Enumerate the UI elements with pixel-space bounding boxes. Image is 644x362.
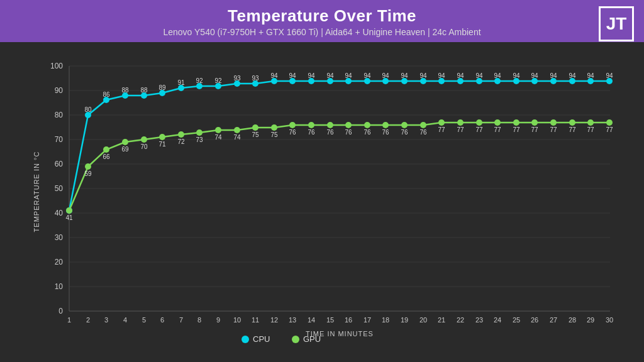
cpu-legend-dot [242, 336, 249, 343]
cpu-label-9: 92 [214, 77, 222, 84]
gpu-dot-21 [438, 119, 445, 126]
gpu-dot-7 [178, 131, 184, 138]
gpu-label-8: 73 [196, 136, 203, 143]
gpu-label-16: 76 [345, 129, 352, 136]
cpu-label-10: 93 [233, 75, 241, 82]
gpu-label-13: 76 [289, 129, 296, 136]
svg-text:7: 7 [179, 316, 183, 324]
gpu-dot-20 [420, 122, 426, 128]
svg-text:90: 90 [55, 86, 64, 95]
gpu-label-19: 76 [401, 129, 408, 136]
svg-text:23: 23 [475, 316, 483, 324]
gpu-label-18: 76 [382, 129, 389, 136]
svg-text:9: 9 [216, 316, 220, 324]
svg-text:0: 0 [58, 307, 63, 315]
cpu-label-27: 94 [550, 72, 557, 79]
cpu-label-17: 94 [364, 72, 371, 79]
gpu-label-15: 76 [326, 129, 334, 136]
cpu-label-5: 88 [140, 87, 148, 94]
cpu-label-28: 94 [569, 72, 576, 79]
gpu-dot-13 [289, 122, 296, 128]
svg-text:25: 25 [513, 316, 520, 324]
gpu-label-10: 74 [233, 134, 241, 141]
cpu-label-13: 94 [289, 72, 296, 79]
svg-text:40: 40 [55, 209, 64, 217]
svg-text:20: 20 [55, 258, 64, 266]
svg-text:TEMPERATURE IN °C: TEMPERATURE IN °C [33, 151, 40, 233]
gpu-dot-30 [606, 119, 613, 126]
cpu-legend-label: CPU [253, 334, 270, 344]
svg-text:3: 3 [104, 316, 108, 324]
svg-text:29: 29 [587, 316, 594, 324]
gpu-label-7: 72 [177, 138, 185, 145]
cpu-label-20: 94 [419, 72, 427, 79]
cpu-label-30: 94 [606, 72, 613, 79]
svg-text:27: 27 [550, 316, 557, 324]
svg-text:2: 2 [86, 316, 90, 324]
svg-text:4: 4 [123, 316, 127, 324]
cpu-label-26: 94 [531, 72, 538, 79]
gpu-legend-dot [292, 336, 299, 343]
cpu-label-6: 89 [158, 84, 166, 91]
svg-text:6: 6 [160, 316, 164, 324]
cpu-label-29: 94 [587, 72, 594, 79]
gpu-dot-17 [364, 122, 370, 128]
gpu-dot-4 [122, 139, 128, 145]
svg-text:60: 60 [55, 160, 64, 168]
gpu-dot-14 [308, 122, 314, 128]
svg-text:13: 13 [289, 316, 296, 324]
gpu-label-24: 77 [494, 126, 501, 133]
gpu-label-3: 66 [103, 153, 110, 160]
gpu-label-17: 76 [364, 129, 371, 136]
gpu-dot-12 [271, 124, 277, 131]
gpu-dot-3 [103, 146, 109, 153]
svg-text:30: 30 [55, 233, 64, 242]
cpu-label-4: 88 [121, 87, 129, 94]
gpu-dot-24 [494, 119, 501, 126]
cpu-label-15: 94 [326, 72, 334, 79]
gpu-label-30: 77 [606, 126, 613, 133]
gpu-dot-2 [85, 163, 91, 170]
svg-text:50: 50 [55, 184, 64, 193]
gpu-dot-15 [327, 122, 333, 128]
chart-title: Temperature Over Time [0, 6, 644, 26]
gpu-legend-label: GPU [303, 334, 321, 344]
gpu-label-29: 77 [587, 126, 594, 133]
cpu-label-19: 94 [401, 72, 408, 79]
gpu-label-11: 75 [252, 131, 259, 138]
gpu-dot-11 [252, 124, 258, 131]
svg-text:18: 18 [382, 316, 389, 324]
svg-text:15: 15 [326, 316, 334, 324]
gpu-dot-8 [196, 129, 203, 136]
gpu-dot-6 [159, 134, 165, 140]
cpu-label-21: 94 [438, 72, 445, 79]
svg-text:30: 30 [606, 316, 613, 324]
cpu-label-22: 94 [457, 72, 464, 79]
gpu-dot-10 [234, 127, 240, 133]
gpu-dot-18 [382, 122, 389, 128]
svg-text:11: 11 [252, 316, 259, 324]
gpu-label-2: 59 [84, 170, 92, 177]
gpu-dot-9 [215, 127, 221, 133]
gpu-label-14: 76 [308, 129, 315, 136]
cpu-label-23: 94 [475, 72, 483, 79]
gpu-label-4: 69 [121, 146, 129, 153]
cpu-label-2: 80 [84, 106, 92, 113]
gpu-label-23: 77 [475, 126, 483, 133]
svg-text:10: 10 [55, 282, 64, 291]
gpu-label-27: 77 [550, 126, 557, 133]
cpu-label-25: 94 [513, 72, 520, 79]
gpu-dot-1 [66, 207, 72, 214]
logo-text: JT [606, 14, 627, 34]
cpu-label-8: 92 [196, 77, 203, 84]
cpu-label-16: 94 [345, 72, 352, 79]
svg-text:16: 16 [345, 316, 352, 324]
cpu-label-24: 94 [494, 72, 501, 79]
chart-area: 0 10 20 30 40 50 60 70 80 90 100 1 2 3 4… [0, 60, 644, 362]
svg-text:100: 100 [50, 62, 63, 70]
svg-text:12: 12 [270, 316, 278, 324]
gpu-label-25: 77 [513, 126, 520, 133]
gpu-dot-27 [550, 119, 557, 126]
gpu-dot-16 [345, 122, 352, 128]
gpu-label-26: 77 [531, 126, 538, 133]
